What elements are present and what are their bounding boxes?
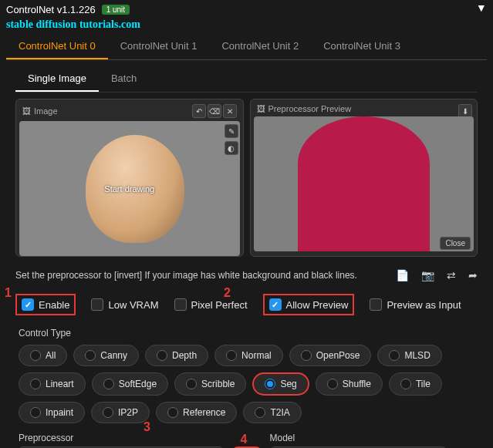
radio-icon — [85, 350, 96, 361]
control-type-mlsd[interactable]: MLSD — [377, 345, 441, 366]
unit-badge: 1 unit — [102, 5, 130, 15]
control-type-canny[interactable]: Canny — [73, 345, 139, 366]
radio-icon — [103, 379, 114, 389]
undo-icon[interactable]: ↶ — [192, 104, 206, 118]
annotation-1: 1 — [5, 286, 12, 300]
control-type-lineart[interactable]: Lineart — [19, 372, 86, 396]
brush-icon[interactable]: ✎ — [225, 124, 238, 138]
radio-icon — [157, 350, 167, 361]
remove-icon[interactable]: ✕ — [223, 104, 237, 118]
allowpreview-checkbox[interactable]: Allow Preview — [263, 294, 355, 315]
control-type-depth[interactable]: Depth — [145, 345, 208, 366]
tab-unit-0[interactable]: ControlNet Unit 0 — [6, 34, 108, 59]
control-type-openpose[interactable]: OpenPose — [289, 345, 372, 366]
annotation-2: 2 — [224, 286, 231, 300]
pixelperfect-checkbox[interactable]: Pixel Perfect — [174, 298, 248, 311]
control-type-shuffle[interactable]: Shuffle — [316, 372, 383, 396]
control-type-all[interactable]: All — [19, 345, 67, 366]
tab-unit-2[interactable]: ControlNet Unit 2 — [209, 34, 311, 59]
tab-unit-1[interactable]: ControlNet Unit 1 — [108, 34, 210, 59]
subtab-batch[interactable]: Batch — [99, 66, 149, 92]
control-type-t2ia[interactable]: T2IA — [243, 402, 301, 423]
control-type-ip2p[interactable]: IP2P — [91, 402, 150, 423]
radio-icon — [226, 350, 237, 361]
control-type-group: AllCannyDepthNormalOpenPoseMLSDLineartSo… — [0, 342, 493, 426]
close-button[interactable]: Close — [440, 237, 471, 250]
tab-unit-3[interactable]: ControlNet Unit 3 — [311, 34, 413, 59]
radio-icon — [327, 379, 338, 389]
radio-icon — [30, 407, 41, 418]
start-drawing-overlay: Start drawing — [104, 184, 154, 194]
radio-icon — [167, 407, 178, 418]
radio-icon — [255, 407, 265, 418]
new-canvas-icon[interactable]: 📄 — [396, 269, 409, 281]
preview-image — [254, 116, 474, 251]
control-type-softedge[interactable]: SoftEdge — [92, 372, 168, 396]
control-type-normal[interactable]: Normal — [214, 345, 283, 366]
radio-icon — [30, 379, 41, 389]
hint-text: Set the preprocessor to [invert] If your… — [15, 270, 357, 281]
preprocessor-label: Preprocessor — [19, 433, 224, 443]
radio-icon — [103, 407, 113, 418]
control-type-scribble[interactable]: Scribble — [174, 372, 246, 396]
watermark: stable diffusion tutorials.com — [0, 19, 493, 31]
send-icon[interactable]: ➦ — [468, 269, 478, 281]
eraser-icon[interactable]: ⌫ — [208, 104, 221, 118]
color-icon[interactable]: ◐ — [225, 141, 238, 155]
model-label: Model — [270, 433, 475, 443]
previewasinput-checkbox[interactable]: Preview as Input — [370, 298, 461, 311]
radio-icon — [30, 350, 41, 361]
lowvram-checkbox[interactable]: Low VRAM — [91, 298, 158, 311]
control-type-label: Control Type — [0, 322, 493, 342]
enable-checkbox[interactable]: Enable — [15, 294, 76, 315]
radio-icon — [186, 379, 197, 389]
image-label: Image — [34, 106, 58, 116]
control-type-inpaint[interactable]: Inpaint — [19, 402, 85, 423]
radio-icon — [400, 379, 411, 389]
radio-icon — [301, 350, 312, 361]
image-panel: 🖼 Image ↶ ⌫ ✕ Start drawing ✎ ◐ — [15, 99, 244, 257]
radio-icon — [389, 350, 400, 361]
mode-tabs: Single Image Batch — [15, 66, 478, 93]
annotation-4: 4 — [241, 433, 248, 446]
control-type-tile[interactable]: Tile — [389, 372, 442, 396]
preview-icon: 🖼 — [257, 104, 265, 113]
control-type-seg[interactable]: Seg — [252, 372, 309, 396]
unit-tabs: ControlNet Unit 0 ControlNet Unit 1 Cont… — [6, 34, 487, 60]
preview-label: Preprocessor Preview — [268, 104, 352, 113]
subtab-single[interactable]: Single Image — [15, 66, 99, 92]
control-type-reference[interactable]: Reference — [156, 402, 237, 423]
input-image[interactable]: Start drawing — [19, 121, 240, 256]
swap-icon[interactable]: ⇄ — [447, 269, 456, 281]
preview-panel: 🖼 Preprocessor Preview ⬇ Close — [250, 99, 478, 257]
controlnet-title: ControlNet v1.1.226 — [6, 4, 96, 15]
image-icon: 🖼 — [22, 106, 31, 116]
webcam-icon[interactable]: 📷 — [421, 269, 434, 281]
annotation-3: 3 — [144, 420, 150, 434]
collapse-icon[interactable]: ▲ — [476, 3, 487, 15]
radio-icon — [265, 379, 275, 389]
